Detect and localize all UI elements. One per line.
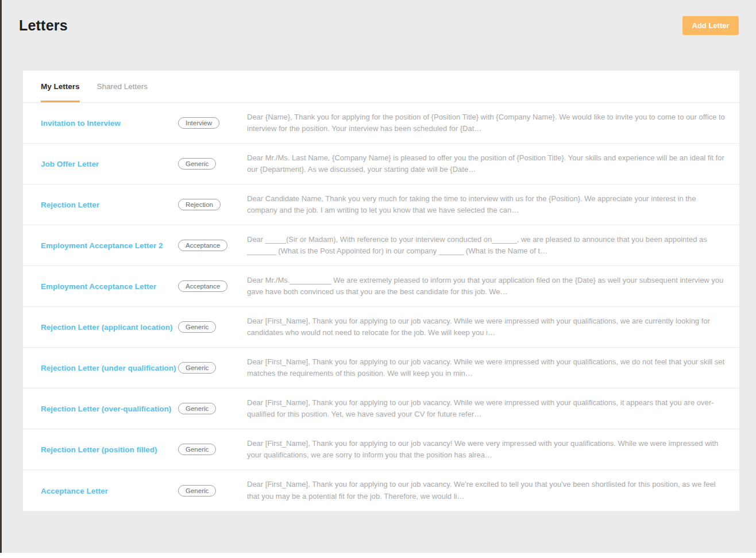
letter-badge-cell: Generic xyxy=(178,321,247,333)
letter-type-badge: Generic xyxy=(178,321,216,333)
letter-badge-cell: Rejection xyxy=(178,199,247,210)
letter-preview: Dear _____(Sir or Madam), With reference… xyxy=(247,234,727,257)
letter-name-link[interactable]: Job Offer Letter xyxy=(41,160,99,168)
letter-list: Invitation to Interview Interview Dear {… xyxy=(23,103,739,511)
letter-badge-cell: Generic xyxy=(178,403,247,414)
tab-my-letters[interactable]: My Letters xyxy=(41,71,80,102)
letters-card: My Letters Shared Letters Invitation to … xyxy=(23,71,739,511)
letter-type-badge: Generic xyxy=(178,485,216,497)
letter-type-badge: Generic xyxy=(178,403,216,414)
letter-name-link[interactable]: Rejection Letter (over-qualification) xyxy=(41,405,171,413)
sidebar-edge xyxy=(0,0,2,558)
letter-name-cell: Rejection Letter (under qualification) xyxy=(41,363,178,373)
letter-badge-cell: Interview xyxy=(178,117,247,129)
letter-badge-cell: Generic xyxy=(178,362,247,374)
letter-row: Rejection Letter (under qualification) G… xyxy=(23,348,739,388)
letter-name-link[interactable]: Rejection Letter xyxy=(41,201,99,209)
letter-type-badge: Acceptance xyxy=(178,280,227,292)
letter-name-link[interactable]: Employment Acceptance Letter 2 xyxy=(41,241,163,250)
page-header: Letters Add Letter xyxy=(19,14,739,37)
letter-name-cell: Rejection Letter (position filled) xyxy=(41,444,178,455)
letter-preview: Dear [First_Name], Thank you for applyin… xyxy=(247,315,727,339)
letter-row: Rejection Letter Rejection Dear Candidat… xyxy=(23,184,739,225)
letter-badge-cell: Generic xyxy=(178,158,247,170)
letter-name-cell: Rejection Letter (applicant location) xyxy=(41,322,178,332)
letter-type-badge: Generic xyxy=(178,444,216,455)
letter-name-link[interactable]: Invitation to Interview xyxy=(41,119,121,128)
letter-row: Rejection Letter (applicant location) Ge… xyxy=(23,307,739,348)
letter-badge-cell: Generic xyxy=(178,444,247,455)
page-title: Letters xyxy=(19,17,68,34)
bottom-strip xyxy=(0,553,756,558)
letter-name-cell: Employment Acceptance Letter 2 xyxy=(41,240,178,251)
letter-row: Employment Acceptance Letter 2 Acceptanc… xyxy=(23,225,739,266)
letter-badge-cell: Acceptance xyxy=(178,240,247,251)
letter-type-badge: Acceptance xyxy=(178,240,227,251)
letter-preview: Dear Mr./Ms. Last Name, {Company Name} i… xyxy=(247,152,727,176)
letter-preview: Dear {Name}, Thank you for applying for … xyxy=(247,111,727,135)
letter-preview: Dear Candidate Name, Thank you very much… xyxy=(247,193,727,217)
letter-name-cell: Rejection Letter (over-qualification) xyxy=(41,403,178,414)
letter-type-badge: Rejection xyxy=(178,199,221,210)
letter-type-badge: Generic xyxy=(178,158,216,170)
letter-badge-cell: Generic xyxy=(178,485,247,497)
letter-name-cell: Acceptance Letter xyxy=(41,486,178,496)
letter-preview: Dear [First_Name], Thank you for applyin… xyxy=(247,479,727,502)
letter-preview: Dear [First_Name], Thank you for applyin… xyxy=(247,397,727,421)
letter-preview: Dear [First_Name], Thank you for applyin… xyxy=(247,356,727,380)
letter-row: Invitation to Interview Interview Dear {… xyxy=(23,103,739,144)
letter-type-badge: Generic xyxy=(178,362,216,374)
letter-preview: Dear Mr./Ms.__________ We are extremely … xyxy=(247,275,727,298)
letter-name-link[interactable]: Rejection Letter (under qualification) xyxy=(41,364,176,372)
letter-name-cell: Employment Acceptance Letter xyxy=(41,281,178,291)
letter-preview: Dear [First_Name], Thank you for applyin… xyxy=(247,438,727,461)
tab-shared-letters[interactable]: Shared Letters xyxy=(97,71,148,102)
letter-name-link[interactable]: Rejection Letter (applicant location) xyxy=(41,323,173,332)
letter-name-cell: Invitation to Interview xyxy=(41,118,178,128)
letter-row: Rejection Letter (over-qualification) Ge… xyxy=(23,388,739,429)
letter-row: Acceptance Letter Generic Dear [First_Na… xyxy=(23,470,739,511)
letter-row: Employment Acceptance Letter Acceptance … xyxy=(23,266,739,307)
letter-row: Job Offer Letter Generic Dear Mr./Ms. La… xyxy=(23,144,739,184)
letter-name-link[interactable]: Employment Acceptance Letter xyxy=(41,282,156,291)
letter-name-link[interactable]: Acceptance Letter xyxy=(41,487,108,495)
letter-type-badge: Interview xyxy=(178,117,219,129)
letter-badge-cell: Acceptance xyxy=(178,280,247,292)
letter-name-cell: Job Offer Letter xyxy=(41,159,178,169)
letter-row: Rejection Letter (position filled) Gener… xyxy=(23,429,739,470)
tab-bar: My Letters Shared Letters xyxy=(23,71,739,103)
add-letter-button[interactable]: Add Letter xyxy=(682,16,739,35)
letter-name-link[interactable]: Rejection Letter (position filled) xyxy=(41,445,157,454)
letter-name-cell: Rejection Letter xyxy=(41,199,178,210)
